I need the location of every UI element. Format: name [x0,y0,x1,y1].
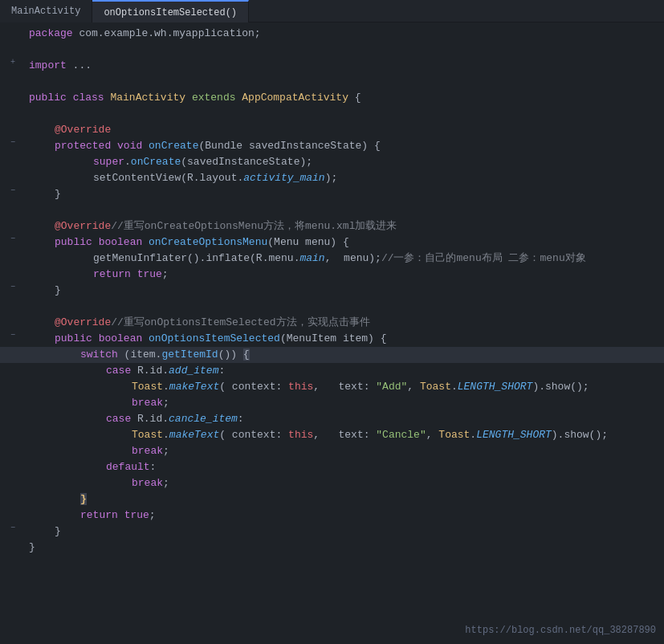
line-gutter: − [0,186,26,196]
line-code: setContentView(R.layout.activity_main); [26,170,656,186]
code-line: getMenuInflater().inflate(R.menu.main, m… [0,251,664,267]
fold-icon[interactable]: − [8,283,18,292]
code-line: case R.id.cancle_item: [0,411,664,427]
line-gutter: + [0,58,26,67]
code-line: − public boolean onCreateOptionsMenu(Men… [0,234,664,251]
fold-icon[interactable]: + [8,58,18,67]
code-line: + import ... [0,58,664,74]
line-code [26,74,656,90]
code-line: break; [0,443,664,459]
line-code [26,106,656,122]
code-line: @Override//重写onCreateOptionsMenu方法，将menu… [0,218,664,234]
line-code: getMenuInflater().inflate(R.menu.main, m… [26,251,656,267]
code-line: switch (item.getItemId()) { [0,347,664,363]
code-line: Toast.makeText( context: this, text: "Ad… [0,379,664,395]
line-code: Toast.makeText( context: this, text: "Ca… [26,427,656,443]
code-line: break; [0,395,664,411]
line-code [26,42,656,58]
line-code: case R.id.cancle_item: [26,411,656,427]
line-code: break; [26,443,656,459]
line-code: package com.example.wh.myapplication; [26,26,656,42]
tab-bar: MainActivity onOptionsItemSelected() [0,0,664,22]
line-code: protected void onCreate(Bundle savedInst… [26,138,656,154]
code-line [0,299,664,315]
fold-icon[interactable]: − [8,234,18,244]
fold-icon[interactable]: − [8,138,18,148]
line-code: case R.id.add_item: [26,363,656,379]
line-code: break; [26,395,656,411]
line-code: } [26,283,656,299]
code-line [0,74,664,90]
code-line: − } [0,283,664,299]
line-code: } [26,186,656,202]
code-line: package com.example.wh.myapplication; [0,26,664,42]
tab-onoptionsitemselected[interactable]: onOptionsItemSelected() [92,0,249,22]
code-line: } [0,540,664,556]
code-line: case R.id.add_item: [0,363,664,379]
code-line: Toast.makeText( context: this, text: "Ca… [0,427,664,443]
fold-icon[interactable]: − [8,524,18,533]
code-line: } [0,491,664,507]
code-line: public class MainActivity extends AppCom… [0,90,664,106]
code-line: @Override [0,122,664,138]
code-line: break; [0,475,664,491]
line-code: } [26,540,656,556]
code-line: return true; [0,507,664,524]
line-code: @Override//重写onCreateOptionsMenu方法，将menu… [26,218,656,234]
tab-mainactivity[interactable]: MainActivity [0,0,92,22]
line-code: } [26,491,656,507]
line-code: import ... [26,58,656,74]
code-area: package com.example.wh.myapplication; + … [0,22,664,559]
code-line [0,106,664,122]
line-code [26,202,656,218]
line-code: public class MainActivity extends AppCom… [26,90,656,106]
line-code: break; [26,475,656,491]
line-code [26,299,656,315]
line-code: } [26,524,656,540]
line-code: public boolean onOptionsItemSelected(Men… [26,331,656,347]
watermark: https://blog.csdn.net/qq_38287890 [465,625,656,636]
line-gutter: − [0,283,26,292]
line-code: switch (item.getItemId()) { [26,347,656,363]
line-gutter: − [0,234,26,244]
code-line: return true; [0,267,664,283]
line-code: public boolean onCreateOptionsMenu(Menu … [26,234,656,251]
fold-icon[interactable]: − [8,331,18,340]
code-line: − } [0,186,664,202]
code-line: − public boolean onOptionsItemSelected(M… [0,331,664,347]
fold-icon[interactable]: − [8,186,18,196]
code-line: super.onCreate(savedInstanceState); [0,154,664,170]
code-line [0,202,664,218]
line-gutter: − [0,331,26,340]
code-line [0,42,664,58]
code-line: @Override//重写onOptionsItemSelected方法，实现点… [0,315,664,331]
line-gutter: − [0,524,26,533]
line-code: @Override//重写onOptionsItemSelected方法，实现点… [26,315,656,331]
editor-container: MainActivity onOptionsItemSelected() pac… [0,0,664,644]
code-line: setContentView(R.layout.activity_main); [0,170,664,186]
line-code: return true; [26,507,656,524]
line-code: return true; [26,267,656,283]
code-line: − } [0,524,664,540]
code-line: − protected void onCreate(Bundle savedIn… [0,138,664,154]
line-gutter: − [0,138,26,148]
code-line: default: [0,459,664,475]
line-code: Toast.makeText( context: this, text: "Ad… [26,379,656,395]
line-code: default: [26,459,656,475]
line-code: @Override [26,122,656,138]
line-code: super.onCreate(savedInstanceState); [26,154,656,170]
